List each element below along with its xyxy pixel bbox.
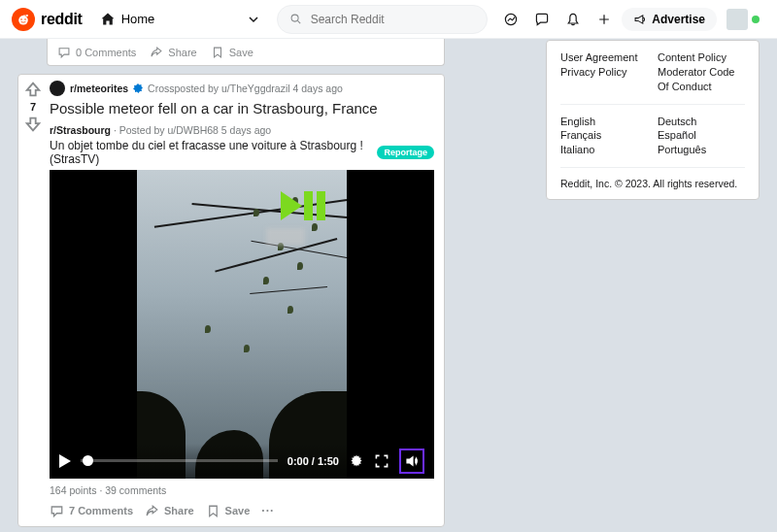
online-status-icon — [752, 16, 760, 23]
crosspost-title[interactable]: Un objet tombe du ciel et fracasse une v… — [50, 139, 371, 166]
search-input[interactable] — [311, 13, 476, 26]
footer-link[interactable]: English — [560, 116, 595, 127]
prev-save[interactable]: Save — [211, 46, 253, 59]
vote-column: 7 — [18, 75, 48, 526]
vote-count: 7 — [30, 101, 36, 113]
footer-card: User Agreement Privacy Policy Content Po… — [546, 40, 760, 200]
search-icon — [289, 13, 303, 26]
logo[interactable]: reddit — [12, 8, 83, 31]
user-menu[interactable] — [721, 6, 765, 33]
svg-point-0 — [18, 16, 28, 25]
post-action-bar: 7 Comments Share Save ··· — [50, 500, 434, 518]
subreddit-icon[interactable] — [50, 81, 65, 96]
footer-link[interactable]: Deutsch — [658, 116, 696, 127]
more-options-button[interactable]: ··· — [261, 504, 274, 517]
footer-link[interactable]: Content Policy — [658, 51, 726, 63]
svg-point-2 — [24, 18, 26, 20]
popular-button[interactable] — [497, 6, 524, 33]
prev-comments[interactable]: 0 Comments — [57, 46, 136, 59]
post-stats: 164 points39 comments — [50, 479, 434, 500]
previous-post-actions: 0 Comments Share Save — [47, 39, 445, 66]
footer-link[interactable]: Español — [658, 129, 696, 141]
share-button[interactable]: Share — [145, 504, 194, 518]
volume-button-highlight — [399, 449, 424, 474]
settings-button[interactable] — [349, 453, 364, 469]
comments-button[interactable]: 7 Comments — [50, 504, 133, 518]
cross-byline: Posted by u/DWBH68 5 days ago — [119, 124, 271, 136]
progress-bar[interactable] — [81, 459, 278, 462]
annotation-overlay — [281, 191, 325, 220]
advertise-button[interactable]: Advertise — [622, 8, 717, 31]
avatar — [726, 9, 748, 30]
policy-links: User Agreement Privacy Policy Content Po… — [560, 50, 745, 94]
progress-knob[interactable] — [83, 455, 93, 466]
top-bar: reddit Home Advertise — [0, 0, 777, 39]
cross-subreddit-link[interactable]: r/Strasbourg — [50, 124, 111, 136]
save-button[interactable]: Save — [206, 504, 251, 518]
prev-share[interactable]: Share — [150, 46, 196, 59]
play-overlay-icon — [281, 191, 302, 220]
create-post-button[interactable] — [591, 6, 618, 33]
footer-link[interactable]: Português — [658, 144, 706, 155]
post-card: 7 r/meteorites Crossposted by u/TheYggdr… — [17, 74, 445, 527]
blur-overlay — [266, 228, 305, 246]
crosspost-byline: Crossposted by u/TheYggdrazil 4 days ago — [148, 83, 343, 94]
chat-button[interactable] — [528, 6, 556, 33]
time-display: 0:00 / 1:50 — [287, 455, 339, 467]
footer-link[interactable]: Moderator Code Of Conduct — [658, 66, 735, 92]
advertise-label: Advertise — [652, 13, 705, 26]
verified-icon — [133, 83, 143, 93]
search-bar[interactable] — [277, 5, 489, 34]
flair-tag[interactable]: Reportage — [377, 146, 434, 159]
downvote-button[interactable] — [24, 116, 42, 133]
home-icon — [100, 12, 116, 27]
language-links: English Français Italiano Deutsch Españo… — [560, 115, 745, 158]
volume-button[interactable] — [404, 453, 420, 469]
crosspost-header: r/Strasbourg · Posted by u/DWBH68 5 days… — [50, 124, 434, 136]
home-label: Home — [121, 12, 155, 26]
community-dropdown[interactable]: Home — [92, 8, 267, 31]
pause-overlay-icon — [304, 191, 325, 220]
chevron-down-icon — [248, 14, 259, 25]
footer-link[interactable]: Italiano — [560, 144, 594, 155]
upvote-button[interactable] — [24, 81, 42, 98]
video-controls: 0:00 / 1:50 — [50, 444, 434, 479]
notifications-button[interactable] — [559, 6, 587, 33]
svg-point-1 — [20, 18, 22, 20]
footer-link[interactable]: User Agreement — [560, 51, 637, 63]
brand-text: reddit — [41, 11, 83, 28]
svg-point-4 — [291, 15, 298, 21]
reddit-logo-icon — [12, 8, 35, 31]
copyright-text: Reddit, Inc. © 2023. All rights reserved… — [560, 178, 745, 189]
play-button[interactable] — [59, 454, 71, 468]
fullscreen-button[interactable] — [374, 453, 389, 469]
subreddit-link[interactable]: r/meteorites — [70, 83, 128, 94]
post-meta: r/meteorites Crossposted by u/TheYggdraz… — [50, 81, 434, 96]
footer-link[interactable]: Français — [560, 129, 601, 141]
footer-link[interactable]: Privacy Policy — [560, 66, 626, 78]
video-player[interactable]: 0:00 / 1:50 — [50, 170, 434, 479]
post-title[interactable]: Possible meteor fell on a car in Strasbo… — [50, 99, 434, 118]
megaphone-icon — [633, 13, 647, 26]
